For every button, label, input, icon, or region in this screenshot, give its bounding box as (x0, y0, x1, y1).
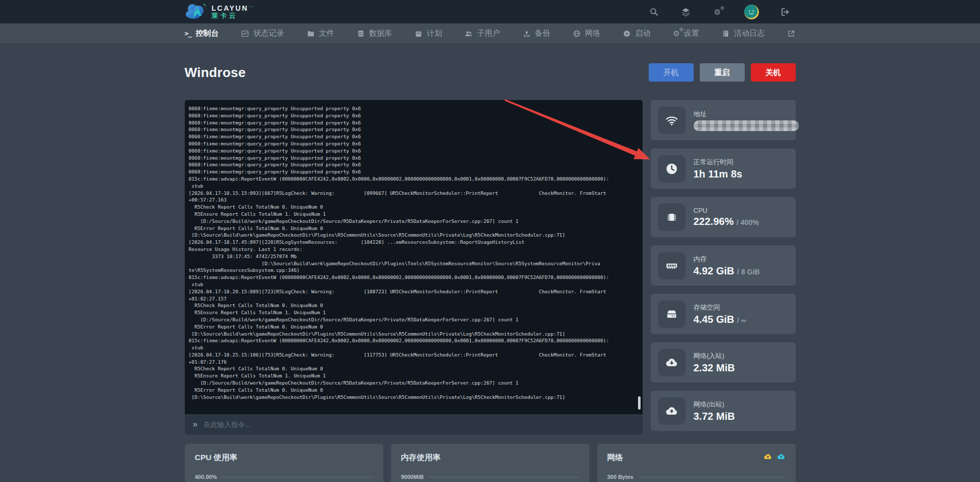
log-line: stub (189, 344, 639, 351)
power-kill-button[interactable]: 关机 (751, 63, 796, 82)
cloud-up-icon (658, 397, 685, 425)
log-line: [2026.04.17-10.20.15:089][723]R5LogCheck… (189, 288, 639, 295)
log-line: R5Check Report Calls TotalNum 0. UniqueN… (189, 302, 639, 309)
log-line: [D:/Source/Build/work/gameRepoCheckoutDi… (189, 218, 639, 225)
main-content: Windrose 开机 重启 关机 0060:fixme:mountmgr:qu… (185, 61, 796, 482)
external-icon (787, 30, 795, 38)
log-line: R5Ensure Report Calls TotalNum 1. Unique… (189, 309, 639, 316)
stat-label: 网络(入站) (694, 351, 735, 361)
gridline (427, 477, 579, 477)
stat-value: 222.96% (694, 216, 734, 227)
log-line: [2026.04.17-10.15.15:093][667]R5LogCheck… (189, 190, 639, 197)
log-line: 015c:fixme:advapi:ReportEventW (00000000… (189, 175, 639, 183)
tab-settings[interactable]: ⚙⚙设置 (673, 29, 699, 38)
wifi-icon (658, 107, 685, 134)
chart-title: 内存使用率 (401, 452, 441, 463)
stat-label: 内存 (694, 255, 760, 264)
tab-schedules[interactable]: 计划 (414, 29, 442, 38)
log-line: 0060:fixme:mountmgr:query_property Unsup… (189, 140, 639, 147)
log-line: +01:02:27.157 (189, 295, 639, 302)
cloud-down-yellow-icon (764, 452, 772, 463)
log-line: 0060:fixme:mountmgr:query_property Unsup… (189, 147, 639, 155)
stat-suffix: / ∞ (737, 316, 746, 324)
log-line: 0060:fixme:mountmgr:query_property Unsup… (189, 133, 639, 140)
log-line: stub (189, 183, 639, 190)
log-line: [D:/Source/Build/work/gameRepoCheckoutDi… (189, 316, 639, 323)
tab-external[interactable] (787, 30, 795, 38)
tab-label: 状态记录 (253, 29, 284, 38)
cloud-logo-icon (185, 2, 207, 22)
power-start-button[interactable]: 开机 (649, 63, 694, 82)
log-line: 015c:fixme:advapi:ReportEventW (00000000… (189, 274, 639, 281)
users-icon (464, 30, 473, 38)
cloud-up-cyan-icon (777, 452, 786, 463)
log-line: 0060:fixme:mountmgr:query_property Unsup… (189, 112, 639, 119)
tab-label: 数据库 (369, 29, 392, 38)
command-input[interactable] (204, 421, 634, 428)
log-line: [D:\Source\Build\work\gameRepoCheckoutDi… (189, 331, 639, 338)
log-line: 0060:fixme:mountmgr:query_property Unsup… (189, 168, 639, 175)
tab-activity[interactable]: 活动日志 (722, 29, 765, 38)
stat-card-address: 地址 (651, 100, 796, 140)
stat-label: 正常运行时间 (694, 158, 743, 167)
tab-subusers[interactable]: 子用户 (464, 29, 500, 38)
log-line: 0060:fixme:mountmgr:query_property Unsup… (189, 126, 639, 133)
chart-card-cpu: CPU 使用率400.00% (185, 444, 383, 482)
stat-value: 1h 11m 8s (694, 168, 743, 180)
tab-network[interactable]: 网络 (573, 29, 600, 38)
tab-status[interactable]: 状态记录 (241, 29, 284, 38)
console-output[interactable]: 0060:fixme:mountmgr:query_property Unsup… (185, 100, 643, 414)
gear-icon[interactable]: ⚙⚙ (713, 7, 723, 17)
stat-card-uptime: 正常运行时间1h 11m 8s (651, 148, 796, 189)
tab-label: 文件 (319, 29, 334, 38)
log-line: R5Error Report Calls TotalNum 0. UniqueN… (189, 225, 639, 232)
topbar: LCAYUN∙∙ 莱卡云 ⚙⚙ (0, 0, 980, 23)
chart-title: 网络 (607, 452, 623, 463)
stat-card-network-out: 网络(出站)3.72 MiB (651, 391, 796, 431)
chart-card-network: 网络300 Bytes (597, 444, 796, 482)
command-input-row: » (185, 414, 643, 435)
power-restart-button[interactable]: 重启 (700, 63, 745, 82)
layers-icon[interactable] (681, 7, 691, 17)
prompt-chevrons-icon: » (193, 419, 198, 429)
tab-label: 网络 (585, 29, 600, 38)
chart-tick-label: 300 Bytes (607, 474, 633, 480)
logout-icon[interactable] (780, 7, 791, 17)
chip-icon (658, 204, 685, 231)
stat-value: 4.92 GiB (694, 265, 734, 276)
log-line: 0060:fixme:mountmgr:query_property Unsup… (189, 155, 639, 162)
cloud-down-icon (658, 349, 685, 376)
stats-sidebar: 地址正常运行时间1h 11m 8sCPU222.96% / 400%内存4.92… (651, 100, 796, 431)
avatar[interactable] (744, 5, 759, 19)
book-icon (722, 30, 730, 38)
tab-startup[interactable]: 启动 (623, 29, 650, 38)
stat-card-cpu: CPU222.96% / 400% (651, 197, 796, 237)
stat-value: 3.72 MiB (694, 411, 735, 422)
log-line: +00:57:27.163 (189, 196, 639, 204)
stat-value: 4.45 GiB (694, 314, 734, 325)
tab-files[interactable]: 文件 (307, 29, 334, 38)
log-line: [D:/Source/Build/work/gameRepoCheckoutDi… (189, 379, 639, 387)
log-line: R5Error Report Calls TotalNum 0. UniqueN… (189, 387, 639, 394)
tab-console[interactable]: >_控制台 (185, 29, 219, 38)
globe-icon (573, 30, 581, 38)
tab-label: 计划 (427, 29, 442, 38)
tab-label: 活动日志 (734, 29, 765, 38)
storage-icon (658, 300, 685, 328)
search-icon[interactable] (649, 7, 659, 17)
tab-database[interactable]: 数据库 (357, 29, 392, 38)
tab-label: 控制台 (195, 29, 218, 38)
stat-suffix: / 8 GiB (737, 268, 760, 276)
log-line: 0060:fixme:mountmgr:query_property Unsup… (189, 161, 639, 168)
log-line: [2026.04.17-10.25.15:106][753]R5LogCheck… (189, 351, 639, 359)
nav-bar: >_控制台状态记录文件数据库计划子用户备份网络启动⚙⚙设置活动日志 (0, 23, 980, 43)
tab-label: 设置 (684, 29, 699, 38)
brand-logo[interactable]: LCAYUN∙∙ 莱卡云 (185, 2, 255, 22)
log-line: 0060:fixme:mountmgr:query_property Unsup… (189, 105, 639, 112)
stat-card-network-in: 网络(入站)2.32 MiB (651, 342, 796, 383)
tab-backups[interactable]: 备份 (523, 29, 550, 38)
console-scrollbar-thumb[interactable] (638, 396, 641, 410)
log-line: [D:\Source\Build\work\gameRepoCheckoutDi… (189, 260, 639, 267)
brand-name: LCAYUN∙∙ (212, 5, 255, 12)
gridline (637, 477, 786, 477)
